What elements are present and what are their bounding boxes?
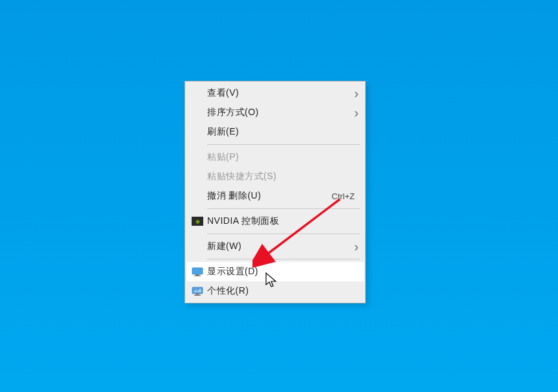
desktop-context-menu: 查看(V) › 排序方式(O) › 刷新(E) 粘贴(P) 粘贴快捷方式(S) … [184, 81, 366, 303]
menu-item-paste-shortcut[interactable]: 粘贴快捷方式(S) [186, 167, 364, 186]
menu-separator [207, 259, 360, 259]
menu-item-paste[interactable]: 粘贴(P) [186, 147, 364, 167]
menu-icon-spacer [190, 240, 205, 253]
menu-icon-spacer [190, 87, 205, 100]
menu-item-label: 显示设置(D) [207, 266, 359, 278]
menu-item-label: 个性化(R) [207, 285, 359, 297]
menu-shortcut: Ctrl+Z [331, 191, 355, 201]
menu-item-undo[interactable]: 撤消 删除(U) Ctrl+Z [186, 186, 364, 206]
menu-item-label: NVIDIA 控制面板 [207, 215, 359, 227]
menu-item-display-settings[interactable]: 显示设置(D) [186, 262, 364, 281]
menu-item-sort[interactable]: 排序方式(O) › [186, 103, 364, 122]
chevron-right-icon: › [354, 106, 359, 119]
menu-item-label: 刷新(E) [207, 126, 359, 138]
menu-item-view[interactable]: 查看(V) › [186, 83, 364, 103]
menu-item-label: 粘贴(P) [207, 151, 359, 163]
chevron-right-icon: › [354, 87, 359, 100]
menu-item-nvidia[interactable]: ◉ NVIDIA 控制面板 [186, 212, 364, 231]
menu-item-label: 排序方式(O) [207, 107, 354, 118]
menu-icon-spacer [190, 190, 205, 202]
menu-item-label: 粘贴快捷方式(S) [207, 171, 359, 182]
svg-rect-5 [194, 295, 201, 296]
menu-item-new[interactable]: 新建(W) › [186, 237, 364, 256]
display-icon [190, 265, 205, 278]
menu-separator [207, 234, 360, 234]
svg-rect-1 [195, 274, 199, 276]
menu-item-label: 新建(W) [207, 241, 354, 252]
menu-icon-spacer [190, 170, 205, 183]
personalize-icon [190, 285, 205, 298]
svg-rect-0 [192, 268, 203, 274]
menu-icon-spacer [190, 125, 205, 138]
menu-icon-spacer [190, 106, 205, 119]
menu-item-personalize[interactable]: 个性化(R) [186, 281, 364, 301]
menu-separator [207, 208, 360, 209]
menu-item-label: 查看(V) [207, 87, 354, 99]
svg-rect-4 [195, 294, 199, 295]
menu-icon-spacer [190, 151, 205, 164]
menu-item-refresh[interactable]: 刷新(E) [186, 122, 364, 142]
menu-item-label: 撤消 删除(U) [207, 190, 331, 202]
svg-rect-2 [194, 276, 201, 276]
chevron-right-icon: › [354, 240, 359, 253]
menu-separator [207, 144, 360, 145]
nvidia-icon: ◉ [190, 215, 205, 228]
